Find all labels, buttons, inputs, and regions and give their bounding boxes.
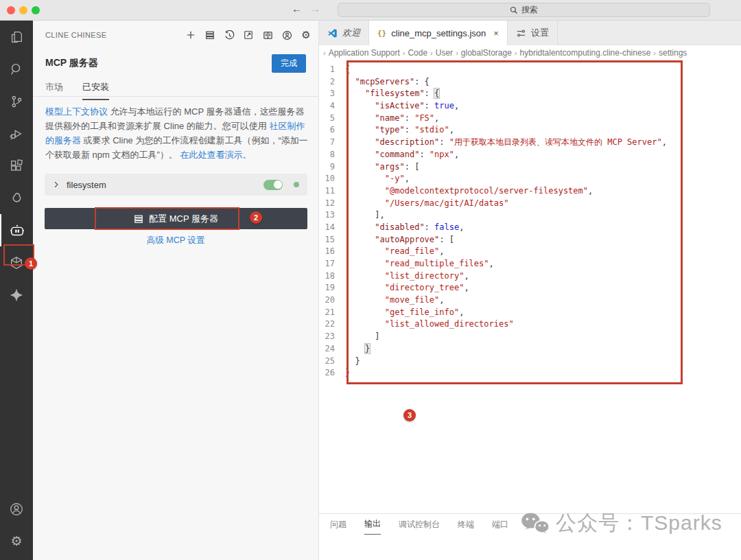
bottom-panel: 问题 输出 调试控制台 终端 端口 [Error - 07:40:13] The… <box>319 513 741 560</box>
minimize-window-button[interactable] <box>19 6 27 14</box>
annotation-badge-2: 2 <box>250 211 262 224</box>
advanced-mcp-settings-link[interactable]: 高级 MCP 设置 <box>33 235 318 246</box>
tab-installed[interactable]: 已安装 <box>82 81 109 100</box>
output-log[interactable]: [Error - 07:40:13] The Gemini Code Assis… <box>330 537 741 560</box>
activity-bar: ⚙ <box>0 21 33 560</box>
title-bar: ← → 搜索 <box>0 0 741 21</box>
configure-mcp-button[interactable]: 配置 MCP 服务器 <box>45 208 307 229</box>
code-line[interactable]: 14 "disabled": false, <box>319 222 741 234</box>
panel-tab-terminal[interactable]: 终端 <box>458 515 474 535</box>
breadcrumb[interactable]: ›Application Support ›Code ›User ›global… <box>323 45 741 60</box>
mcp-description: 模型上下文协议 允许与本地运行的 MCP 服务器通信，这些服务器提供额外的工具和… <box>45 104 309 162</box>
close-window-button[interactable] <box>7 6 15 14</box>
panel-settings-icon[interactable]: ⚙ <box>301 30 311 40</box>
code-lines: 1{2 "mcpServers": {3 "filesystem": {4 "i… <box>319 64 741 380</box>
demo-link[interactable]: 在此处查看演示。 <box>180 150 251 160</box>
tab-cline-mcp-settings[interactable]: {} cline_mcp_settings.json × <box>369 21 508 45</box>
tab-settings[interactable]: 设置 <box>508 21 558 45</box>
code-line[interactable]: 11 "@modelcontextprotocol/server-filesys… <box>319 185 741 198</box>
mcp-protocol-link[interactable]: 模型上下文协议 <box>45 106 108 117</box>
search-icon <box>510 6 518 14</box>
tab-welcome[interactable]: 欢迎 <box>319 21 369 45</box>
sidebar-title: CLINE CHINESE <box>45 31 107 39</box>
code-line[interactable]: 20 "move_file", <box>319 294 741 307</box>
code-line[interactable]: 8 "command": "npx", <box>319 149 741 161</box>
gemini-sparkle-icon[interactable] <box>0 279 33 311</box>
server-toggle[interactable] <box>263 180 283 190</box>
json-braces-icon: {} <box>377 29 386 38</box>
code-line[interactable]: 26} <box>319 367 741 380</box>
server-stack-icon <box>134 214 143 224</box>
account-icon[interactable] <box>0 493 33 525</box>
code-line[interactable]: 12 "/Users/mac/git/AI/datas" <box>319 198 741 210</box>
annotation-badge-3: 3 <box>403 409 416 421</box>
panel-tab-problems[interactable]: 问题 <box>330 515 346 535</box>
mcp-servers-icon[interactable] <box>204 30 215 40</box>
account-small-icon[interactable] <box>281 30 292 40</box>
mcp-page-title: MCP 服务器 <box>45 57 98 69</box>
code-line[interactable]: 23 ] <box>319 331 741 343</box>
annotation-badge-1: 1 <box>25 257 37 270</box>
code-line[interactable]: 25 } <box>319 355 741 368</box>
open-in-editor-icon[interactable] <box>243 30 254 40</box>
tab-marketplace[interactable]: 市场 <box>45 81 63 100</box>
code-line[interactable]: 1{ <box>319 64 741 76</box>
code-line[interactable]: 6 "type": "stdio", <box>319 124 741 137</box>
filesystem-server-row[interactable]: filesystem <box>45 174 307 196</box>
extensions-icon[interactable] <box>0 150 33 182</box>
server-status-dot <box>294 182 299 187</box>
run-debug-icon[interactable] <box>0 117 33 150</box>
docs-icon[interactable] <box>262 30 273 40</box>
source-control-icon[interactable] <box>0 85 33 117</box>
done-button[interactable]: 完成 <box>272 54 306 73</box>
code-line[interactable]: 4 "isActive": true, <box>319 100 741 113</box>
code-line[interactable]: 18 "list_directory", <box>319 270 741 283</box>
editor-tab-bar: 欢迎 {} cline_mcp_settings.json × 设置 <box>319 21 741 45</box>
cline-icon[interactable] <box>0 214 33 246</box>
cline-sidebar: CLINE CHINESE ⚙ MCP 服务器 完成 市场 已安装 模型上下文协… <box>33 21 319 560</box>
code-line[interactable]: 17 "read_multiple_files", <box>319 258 741 270</box>
code-line[interactable]: 24 } <box>319 343 741 355</box>
search-sidebar-icon[interactable] <box>0 53 33 85</box>
back-button[interactable]: ← <box>292 3 302 14</box>
explorer-icon[interactable] <box>0 21 33 53</box>
code-line[interactable]: 15 "autoApprove": [ <box>319 234 741 246</box>
new-task-icon[interactable] <box>185 30 196 40</box>
settings-sliders-icon <box>516 28 526 38</box>
panel-tab-ports[interactable]: 端口 <box>492 515 508 535</box>
code-line[interactable]: 10 "-y", <box>319 173 741 185</box>
extension-knot-icon[interactable] <box>0 182 33 214</box>
code-line[interactable]: 2 "mcpServers": { <box>319 76 741 89</box>
vscode-logo-icon <box>327 28 338 38</box>
code-line[interactable]: 21 "get_file_info", <box>319 307 741 319</box>
editor-region: 欢迎 {} cline_mcp_settings.json × 设置 ›Appl… <box>319 21 741 560</box>
code-line[interactable]: 3 "filesystem": { <box>319 88 741 100</box>
panel-tab-debug-console[interactable]: 调试控制台 <box>399 515 440 535</box>
search-command-center[interactable]: 搜索 <box>338 3 710 17</box>
code-line[interactable]: 9 "args": [ <box>319 161 741 174</box>
code-line[interactable]: 19 "directory_tree", <box>319 282 741 294</box>
code-line[interactable]: 22 "list_allowed_directories" <box>319 318 741 331</box>
search-label: 搜索 <box>521 4 538 16</box>
zoom-window-button[interactable] <box>32 6 40 14</box>
code-editor[interactable]: 1{2 "mcpServers": {3 "filesystem": {4 "i… <box>319 60 741 513</box>
panel-tab-output[interactable]: 输出 <box>364 514 381 535</box>
history-icon[interactable] <box>224 30 235 40</box>
close-tab-icon[interactable]: × <box>493 28 499 38</box>
code-line[interactable]: 13 ], <box>319 209 741 222</box>
code-line[interactable]: 16 "read_file", <box>319 246 741 258</box>
forward-button[interactable]: → <box>310 3 320 14</box>
code-line[interactable]: 5 "name": "FS", <box>319 113 741 125</box>
chevron-right-icon[interactable] <box>53 178 60 191</box>
code-line[interactable]: 7 "description": "用于获取本地目录列表、读写本地文件的 MCP… <box>319 137 741 149</box>
settings-gear-icon[interactable]: ⚙ <box>0 525 33 557</box>
tabs-divider <box>33 96 318 97</box>
server-name: filesystem <box>67 180 257 190</box>
